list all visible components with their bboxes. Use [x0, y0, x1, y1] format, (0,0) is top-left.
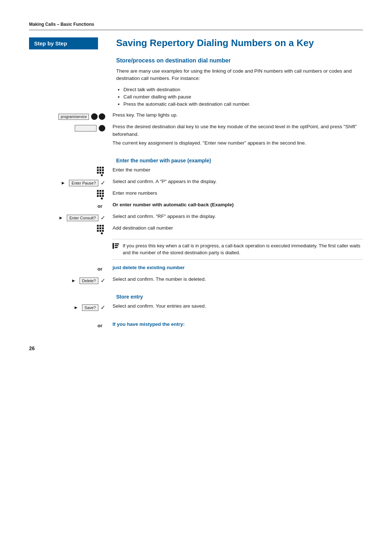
row-left	[29, 123, 109, 133]
blank-key	[75, 125, 97, 131]
dot-circle	[99, 125, 105, 131]
main-content: Saving Repertory Dialing Numbers on a Ke…	[109, 37, 363, 112]
row-left: ► Save? ✓	[29, 303, 109, 313]
save-row: ► Save? ✓ Select and confirm. Your entri…	[29, 303, 363, 313]
section-intro: There are many use examples for using th…	[116, 68, 363, 82]
arrow-icon: ►	[58, 215, 63, 220]
enter-pause-row: ► Enter Pause? ✓ Select and confirm. A "…	[29, 178, 363, 188]
program-service-row: program/service Press key. The lamp ligh…	[29, 112, 363, 122]
row-left: or	[29, 321, 109, 331]
program-service-key: program/service	[58, 114, 89, 120]
enter-consult-row: ► Enter Consult? ✓ Select and confirm. "…	[29, 213, 363, 223]
row-left: or	[29, 201, 109, 211]
save-key[interactable]: Save?	[82, 304, 98, 311]
add-destination-row: Add destination call number	[29, 224, 363, 235]
checkmark-icon: ✓	[101, 214, 105, 221]
delete-row: ► Delete? ✓ Select and confirm. The numb…	[29, 276, 363, 286]
enter-more-numbers-row: Enter more numbers	[29, 190, 363, 200]
delete-link: just delete the existing number	[113, 265, 185, 270]
row-left: ► Delete? ✓	[29, 276, 109, 286]
enter-pause-key[interactable]: Enter Pause?	[69, 180, 98, 186]
store-entry-title: Store entry	[116, 294, 363, 300]
keypad-icon-3	[97, 225, 104, 234]
row-left	[29, 190, 109, 200]
checkmark-icon: ✓	[101, 179, 105, 186]
row-right: If you have mistyped the entry:	[109, 321, 363, 328]
row-right: Press key. The lamp lights up.	[109, 112, 363, 119]
note-content: If you press this key when a call is in …	[113, 239, 363, 260]
checkmark-icon: ✓	[101, 277, 105, 284]
delete-key[interactable]: Delete?	[79, 278, 98, 284]
note-icon	[113, 242, 119, 256]
section-title: Store/process on destination dial number	[116, 57, 363, 64]
enter-number-row: Enter the number	[29, 166, 363, 177]
page-number: 26	[29, 345, 35, 351]
row-right: Enter more numbers	[109, 190, 363, 197]
mistyped-link: If you have mistyped the entry:	[113, 321, 185, 327]
or-callbacksection-row: or Or enter number with automatic call-b…	[29, 201, 363, 211]
header-rule	[29, 30, 363, 30]
row-left	[29, 139, 109, 150]
checkmark-icon: ✓	[101, 304, 105, 311]
row-right: Enter the number	[109, 166, 363, 174]
dot-circle	[91, 113, 98, 120]
bullet-item: Direct talk with destination	[123, 86, 363, 93]
row-right: just delete the existing number	[109, 264, 363, 271]
arrow-icon: ►	[61, 180, 65, 186]
row-left	[29, 236, 109, 246]
row-right: The current key assignment is displayed.…	[109, 139, 363, 147]
key-assignment-row: The current key assignment is displayed.…	[29, 139, 363, 150]
bullet-item: Call number dialling with pause	[123, 93, 363, 101]
or-label-mistyped: or	[98, 323, 106, 328]
note-text: If you press this key when a call is in …	[123, 242, 363, 256]
bullet-list: Direct talk with destination Call number…	[116, 86, 363, 108]
sidebar: Step by Step	[29, 37, 109, 112]
step-by-step-label: Step by Step	[29, 37, 98, 49]
row-left: program/service	[29, 112, 109, 122]
row-left	[29, 224, 109, 235]
bullet-item: Press the automatic call-back with desti…	[123, 101, 363, 108]
or-label: or	[98, 203, 106, 209]
note-row: If you press this key when a call is in …	[29, 236, 363, 263]
row-left	[29, 166, 109, 177]
main-title: Saving Repertory Dialing Numbers on a Ke…	[116, 37, 363, 49]
or-mistyped-row: or If you have mistyped the entry:	[29, 321, 363, 331]
dot-circle	[99, 113, 105, 120]
enter-consult-key[interactable]: Enter Consult?	[67, 215, 98, 221]
subsection-pause: Enter the number with pause (example)	[29, 158, 363, 166]
arrow-icon: ►	[74, 305, 78, 310]
dot-circle-pair	[91, 113, 105, 120]
row-left: ► Enter Consult? ✓	[29, 213, 109, 223]
arrow-icon: ►	[71, 278, 76, 283]
blank-key-row: Press the desired destination dial key t…	[29, 123, 363, 138]
page-header: Making Calls – Basic Functions	[29, 22, 363, 27]
row-right: Press the desired destination dial key t…	[109, 123, 363, 138]
row-left: ► Enter Pause? ✓	[29, 178, 109, 188]
row-right: Select and confirm. A "P" appears in the…	[109, 178, 363, 185]
keypad-icon-2	[97, 190, 104, 199]
row-right: Select and confirm. "RF" appears in the …	[109, 213, 363, 220]
store-entry-section: Store entry	[29, 294, 363, 303]
subsection-pause-title: Enter the number with pause (example)	[116, 158, 363, 163]
or-label-delete: or	[98, 266, 106, 272]
or-callback-title: Or enter number with automatic call-back…	[113, 202, 234, 207]
row-right: Select and confirm. Your entries are sav…	[109, 303, 363, 310]
row-left: or	[29, 264, 109, 274]
keypad-icon	[97, 167, 104, 176]
row-right: Or enter number with automatic call-back…	[109, 201, 363, 208]
row-right: Select and confirm. The number is delete…	[109, 276, 363, 283]
row-right: Add destination call number	[109, 224, 363, 232]
note-box: If you press this key when a call is in …	[109, 236, 363, 263]
or-delete-row: or just delete the existing number	[29, 264, 363, 274]
